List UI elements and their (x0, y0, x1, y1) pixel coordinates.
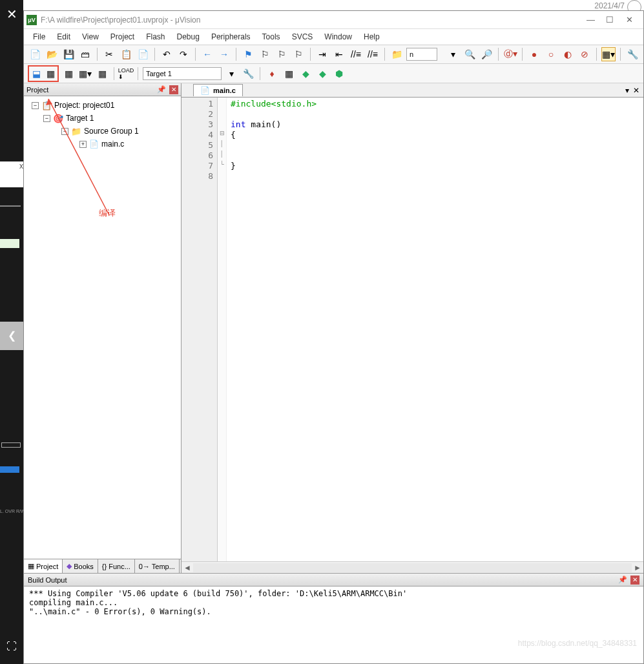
paste-icon[interactable]: 📄 (136, 47, 150, 61)
tab-dropdown-icon[interactable]: ▾ (625, 86, 629, 95)
tab-project[interactable]: ▦Project (24, 559, 63, 573)
pin-icon[interactable]: 📌 (155, 85, 168, 94)
download-icon[interactable]: LOAD⬇ (119, 67, 133, 81)
project-icon: 📋 (41, 101, 52, 110)
menu-svcs[interactable]: SVCS (287, 31, 318, 43)
code-text[interactable]: #include<stdio.h> int main() { } (227, 98, 643, 561)
tab-close-icon[interactable]: ✕ (633, 86, 639, 95)
copy-icon[interactable]: 📋 (119, 47, 133, 61)
save-all-icon[interactable]: 🗃 (78, 47, 92, 61)
outdent-icon[interactable]: ⇤ (332, 47, 346, 61)
tab-label: Project (36, 563, 58, 570)
pack-installer-icon[interactable]: ⬢ (332, 67, 346, 81)
menu-view[interactable]: View (77, 31, 104, 43)
bookmark-icon[interactable]: ⚑ (241, 47, 255, 61)
nav-fwd-icon[interactable]: → (217, 47, 231, 61)
new-file-icon[interactable]: 📄 (28, 47, 42, 61)
expander-icon[interactable]: − (61, 128, 68, 135)
menu-window[interactable]: Window (319, 31, 357, 43)
search-proj-icon[interactable]: 🔎 (479, 47, 493, 61)
batch-build-icon[interactable]: ▦▾ (78, 67, 92, 81)
menubar[interactable]: File Edit View Project Flash Debug Perip… (24, 29, 643, 45)
host-left-arrow[interactable]: ❮ (0, 322, 23, 350)
nav-back-icon[interactable]: ← (200, 47, 214, 61)
build-output-text[interactable]: *** Using Compiler 'V5.06 update 6 (buil… (24, 586, 643, 663)
expander-icon[interactable]: − (43, 115, 50, 122)
line-gutter: 12345678 (182, 98, 218, 561)
project-tab-icon: ▦ (28, 562, 34, 570)
code-editor[interactable]: 12345678 ⊟││└ #include<stdio.h> int main… (182, 98, 643, 561)
tab-books[interactable]: ◆Books (63, 559, 98, 573)
scroll-right-icon[interactable]: ► (632, 563, 643, 572)
fold-column[interactable]: ⊟││└ (218, 98, 227, 561)
expander-icon[interactable]: − (32, 102, 39, 109)
breakpoint-enable-icon[interactable]: ○ (544, 47, 558, 61)
find-input[interactable]: n (406, 48, 437, 61)
menu-edit[interactable]: Edit (52, 31, 76, 43)
uvision-window: μV F:\A wildfire\Project\project01.uvpro… (23, 10, 644, 664)
breakpoint-disable-icon[interactable]: ◐ (561, 47, 575, 61)
options-icon[interactable]: 🔧 (241, 67, 255, 81)
host-close-icon[interactable]: ✕ (0, 0, 23, 22)
manage-project-icon[interactable]: ♦ (265, 67, 279, 81)
open-file-icon[interactable]: 📂 (45, 47, 59, 61)
select-packs-icon[interactable]: ◆ (315, 67, 329, 81)
tree-group[interactable]: − 📁 Source Group 1 (26, 125, 178, 138)
tree-target[interactable]: − 🎯 Target 1 (26, 112, 178, 125)
menu-file[interactable]: File (28, 31, 50, 43)
redo-icon[interactable]: ↷ (176, 47, 191, 61)
close-button[interactable]: ✕ (625, 15, 633, 25)
translate-icon[interactable]: ⬓ (29, 67, 43, 81)
fold-icon[interactable]: ⊟ (218, 130, 226, 140)
save-icon[interactable]: 💾 (61, 47, 76, 61)
project-tree[interactable]: − 📋 Project: project01 − 🎯 Target 1 − 📁 … (24, 96, 181, 559)
horizontal-scrollbar[interactable]: ◄ ► (182, 561, 643, 573)
minimize-button[interactable]: — (587, 15, 594, 25)
stop-build-icon[interactable]: ▦ (95, 67, 109, 81)
bookmark-next-icon[interactable]: ⚐ (275, 47, 289, 61)
target-dropdown-icon[interactable]: ▾ (224, 67, 238, 81)
breakpoint-insert-icon[interactable]: ● (527, 47, 541, 61)
uncomment-icon[interactable]: //≡ (366, 47, 380, 61)
search-doc-icon[interactable]: 🔍 (462, 47, 477, 61)
panel-close-icon[interactable]: ✕ (169, 85, 178, 94)
panel-close-icon[interactable]: ✕ (630, 576, 639, 585)
breakpoint-kill-icon[interactable]: ⊘ (577, 47, 592, 61)
build-icon[interactable]: ▦ (43, 67, 57, 81)
bookmark-clear-icon[interactable]: ⚐ (291, 47, 306, 61)
scroll-track[interactable] (193, 563, 632, 572)
cut-icon[interactable]: ✂ (102, 47, 116, 61)
manage-rte-icon[interactable]: ◆ (298, 67, 313, 81)
menu-help[interactable]: Help (358, 31, 385, 43)
find-folder-icon[interactable]: 📁 (390, 47, 404, 61)
window-layout-icon[interactable]: ▦▾ (601, 47, 616, 61)
menu-project[interactable]: Project (105, 31, 140, 43)
editor-area: 📄 main.c ▾ ✕ 12345678 ⊟││└ #include<stdi… (182, 83, 643, 573)
find-dropdown-icon[interactable]: ▾ (446, 47, 460, 61)
undo-icon[interactable]: ↶ (160, 47, 174, 61)
target-select[interactable]: Target 1 (143, 67, 222, 80)
tab-label: 0→ Temp... (139, 563, 175, 570)
expander-icon[interactable]: + (79, 141, 87, 148)
menu-peripherals[interactable]: Peripherals (206, 31, 256, 43)
indent-icon[interactable]: ⇥ (315, 47, 329, 61)
scroll-left-icon[interactable]: ◄ (182, 563, 193, 572)
tab-templates[interactable]: 0→ Temp... (135, 559, 180, 573)
fullscreen-icon[interactable]: ⛶ (0, 641, 23, 664)
pin-icon[interactable]: 📌 (616, 576, 629, 584)
editor-tab-main[interactable]: 📄 main.c (193, 84, 243, 96)
bookmark-prev-icon[interactable]: ⚐ (258, 47, 272, 61)
maximize-button[interactable]: ☐ (606, 15, 614, 25)
tab-functions[interactable]: {} Func... (98, 559, 135, 573)
menu-flash[interactable]: Flash (141, 31, 170, 43)
menu-debug[interactable]: Debug (172, 31, 205, 43)
tree-label: main.c (101, 140, 124, 149)
configure-icon[interactable]: 🔧 (625, 47, 639, 61)
tree-file[interactable]: + 📄 main.c (26, 138, 178, 150)
tree-project-root[interactable]: − 📋 Project: project01 (26, 99, 178, 112)
comment-icon[interactable]: //≡ (349, 47, 363, 61)
menu-tools[interactable]: Tools (257, 31, 286, 43)
rebuild-icon[interactable]: ▦ (61, 67, 76, 81)
multi-project-icon[interactable]: ▦ (282, 67, 296, 81)
debug-icon[interactable]: ⓓ▾ (503, 47, 517, 61)
